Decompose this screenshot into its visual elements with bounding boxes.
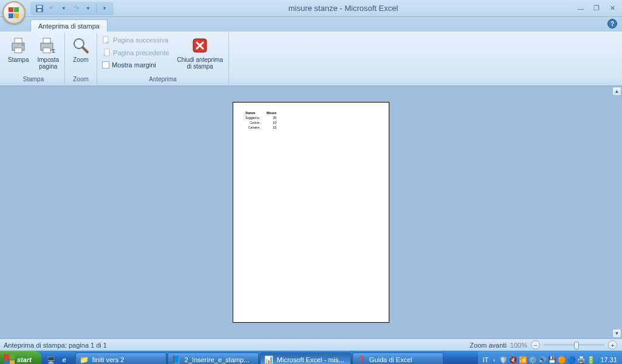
prev-page-label: Pagina precedente (113, 49, 169, 56)
qat-customize-icon[interactable]: ▼ (99, 3, 110, 14)
window-title: misure stanze - Microsoft Excel (114, 4, 573, 13)
tray-battery-icon[interactable]: 🔋 (587, 356, 595, 364)
task-icon: 📁 (80, 355, 89, 364)
tray-app7-icon[interactable]: 🖨️ (577, 356, 586, 364)
ql-desktop-icon[interactable]: 🖥️ (45, 353, 57, 364)
zoom-percent: 100% (510, 342, 527, 349)
zoom-button[interactable]: Zoom (67, 34, 94, 65)
language-indicator[interactable]: IT (483, 356, 489, 363)
task-icon: 📘 (172, 355, 182, 364)
quick-access-toolbar: ↶ ▼ ↷ ▼ ▼ (30, 2, 114, 15)
svg-rect-2 (38, 9, 41, 12)
prev-page-button: Pagina precedente (100, 47, 171, 59)
page-preview: StanzeMisureSoggiorno35Cucina10Camera15 (233, 102, 389, 323)
close-preview-button[interactable]: Chiudi anteprima di stampa (174, 34, 226, 72)
checkbox-icon (102, 61, 109, 69)
task-label: Microsoft Excel - mis... (277, 356, 344, 363)
office-button[interactable] (2, 1, 26, 24)
svg-rect-8 (43, 38, 50, 43)
group-label-anteprima: Anteprima (100, 75, 226, 83)
close-preview-icon (190, 36, 210, 55)
task-icon: 📊 (264, 355, 274, 364)
group-label-stampa: Stampa (5, 75, 62, 83)
printer-icon (9, 36, 28, 55)
windows-logo-icon (4, 354, 15, 364)
taskbar-item[interactable]: 📊Microsoft Excel - mis... (260, 352, 351, 364)
start-label: start (17, 356, 32, 363)
svg-line-11 (83, 47, 87, 52)
clock[interactable]: 17.31 (596, 356, 617, 363)
redo-icon[interactable]: ↷ (70, 3, 81, 14)
svg-rect-4 (15, 38, 22, 43)
task-label: 2_Inserire_e_stamp... (185, 356, 249, 363)
zoom-in-button[interactable]: + (608, 340, 617, 349)
ql-ie-icon[interactable]: e (58, 353, 70, 364)
status-text: Anteprima di stampa: pagina 1 di 1 (0, 342, 470, 349)
next-page-label: Pagina successiva (113, 36, 168, 44)
restore-button[interactable]: ❐ (589, 3, 604, 13)
scroll-up-button[interactable]: ▲ (612, 87, 621, 96)
undo-icon[interactable]: ↶ (46, 3, 57, 14)
zoom-slider[interactable] (544, 344, 604, 346)
zoom-out-button[interactable]: − (531, 340, 540, 349)
tray-app1-icon[interactable]: 📶 (519, 356, 527, 364)
tray-app5-icon[interactable]: 🟠 (558, 356, 566, 364)
taskbar-item[interactable]: ❓Guida di Excel (352, 352, 443, 364)
zoom-mode-label[interactable]: Zoom avanti (470, 342, 507, 349)
help-icon[interactable]: ? (607, 19, 617, 29)
page-setup-label: Imposta pagina (37, 56, 59, 70)
tab-print-preview[interactable]: Anteprima di stampa (30, 19, 108, 32)
next-page-button: Pagina successiva (100, 34, 171, 46)
show-margins-checkbox[interactable]: Mostra margini (100, 59, 171, 70)
close-button[interactable]: ✕ (604, 3, 620, 13)
tray-app4-icon[interactable]: 💾 (548, 356, 556, 364)
tray-app2-icon[interactable]: ⚙️ (528, 356, 537, 364)
print-label: Stampa (8, 56, 29, 63)
next-page-icon (102, 36, 111, 44)
tray-app3-icon[interactable]: 🔊 (538, 356, 547, 364)
svg-rect-5 (15, 48, 22, 53)
tray-network-icon[interactable]: 🔇 (509, 356, 518, 364)
task-icon: ❓ (357, 355, 366, 364)
tray-app6-icon[interactable]: 🔵 (567, 356, 576, 364)
zoom-label: Zoom (73, 56, 89, 63)
svg-point-6 (22, 44, 24, 46)
close-preview-label: Chiudi anteprima di stampa (177, 56, 223, 70)
page-setup-button[interactable]: Imposta pagina (34, 34, 62, 72)
page-setup-icon (38, 36, 58, 55)
redo-dropdown-icon[interactable]: ▼ (83, 3, 94, 14)
print-button[interactable]: Stampa (5, 34, 32, 65)
tray-expand-icon[interactable]: ‹ (490, 356, 498, 364)
tray-shield-icon[interactable]: 🛡️ (499, 356, 508, 364)
taskbar-item[interactable]: 📁finiti vers 2 (75, 352, 166, 364)
task-label: Guida di Excel (369, 356, 412, 363)
save-icon[interactable] (34, 3, 45, 14)
task-label: finiti vers 2 (92, 356, 125, 363)
minimize-button[interactable]: ― (573, 3, 589, 13)
undo-dropdown-icon[interactable]: ▼ (58, 3, 69, 14)
svg-rect-13 (104, 49, 109, 56)
preview-workspace[interactable]: ▲ StanzeMisureSoggiorno35Cucina10Camera1… (0, 86, 622, 339)
show-margins-label: Mostra margini (112, 61, 156, 69)
svg-rect-9 (43, 48, 50, 53)
prev-page-icon (102, 49, 111, 57)
start-button[interactable]: start (0, 351, 41, 364)
taskbar-item[interactable]: 📘2_Inserire_e_stamp... (168, 352, 259, 364)
svg-rect-1 (37, 5, 42, 8)
group-label-zoom: Zoom (67, 75, 94, 83)
scroll-down-button[interactable]: ▼ (612, 329, 621, 338)
magnifier-icon (71, 36, 91, 55)
